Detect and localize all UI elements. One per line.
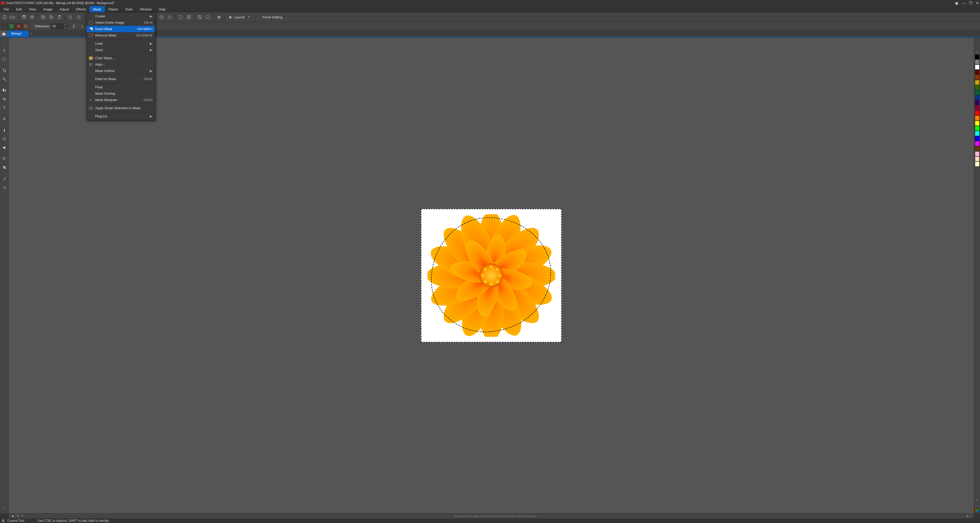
mask-overlay-button[interactable] (185, 13, 192, 21)
save-button[interactable] (20, 13, 28, 21)
extra-window-icon[interactable]: ▣ (955, 1, 958, 5)
transparency-tool[interactable] (0, 163, 8, 172)
palette-flyout-button[interactable] (975, 509, 979, 512)
menu-item-plug-ins[interactable]: Plug-ins▶ (86, 113, 155, 119)
tolerance-input[interactable] (51, 24, 63, 29)
menu-item-create[interactable]: Create▶ (86, 13, 155, 19)
color-swatch[interactable] (975, 126, 980, 131)
minimize-button[interactable]: — (962, 1, 966, 5)
red-eye-tool[interactable] (0, 95, 8, 103)
color-swatch[interactable] (975, 121, 980, 126)
drop-shadow-tool[interactable] (0, 154, 8, 163)
color-swatch[interactable] (975, 110, 980, 116)
menu-item-mask-overlay[interactable]: Mask Overlay (86, 90, 155, 97)
rectangle-mask-tool[interactable] (0, 55, 8, 63)
crop-tool[interactable] (0, 66, 8, 75)
maximize-button[interactable]: ❐ (969, 1, 972, 5)
tolerance-spinner[interactable]: ▲▼ (64, 24, 67, 29)
menu-item-remove-mask[interactable]: Remove MaskCtrl+Shift+R (86, 32, 155, 38)
document-tab-bitmap[interactable]: Bitmap* (8, 30, 29, 37)
color-swatch[interactable] (975, 70, 980, 75)
new-file-button[interactable]: + (1, 13, 9, 21)
menu-item-select-entire-image[interactable]: Select Entire ImageCtrl+A (86, 19, 155, 26)
invert-mask-toolbar-button[interactable] (196, 13, 204, 21)
color-swatch[interactable] (975, 85, 980, 90)
menu-item-save[interactable]: Save▶ (86, 47, 155, 53)
menu-effects[interactable]: Effects (73, 6, 90, 12)
cut-button[interactable] (48, 13, 55, 21)
menu-image[interactable]: Image (40, 6, 56, 12)
palette-scroll-down[interactable]: ▼ (976, 498, 978, 501)
color-swatch[interactable] (975, 141, 980, 146)
home-tab[interactable] (0, 30, 8, 37)
paste-button[interactable] (56, 13, 63, 21)
undo-button[interactable] (67, 13, 74, 21)
menu-edit[interactable]: Edit (13, 6, 25, 12)
text-tool[interactable]: A (0, 115, 8, 123)
menu-object[interactable]: Object (105, 6, 121, 12)
liquid-tool[interactable] (0, 103, 8, 112)
remove-mask-toolbar-button[interactable] (204, 13, 212, 21)
canvas[interactable] (421, 209, 562, 342)
finish-editing-button[interactable]: Finish Editing (259, 14, 286, 21)
launch-dropdown[interactable]: ▦ Launch ▼ (226, 14, 253, 21)
color-swatch[interactable] (975, 162, 980, 167)
menu-view[interactable]: View (25, 6, 40, 12)
add-tool-button[interactable]: + (0, 504, 8, 512)
menu-file[interactable]: File (0, 6, 13, 12)
menu-adjust[interactable]: Adjust (56, 6, 72, 12)
fill-tool[interactable] (0, 183, 8, 191)
mask-show-button[interactable] (177, 13, 185, 21)
color-swatch[interactable] (975, 116, 980, 121)
color-swatch[interactable] (975, 54, 980, 59)
menu-item-invert-mask[interactable]: Invert MaskCtrl+Shift+I (86, 26, 155, 32)
color-swatch[interactable] (975, 90, 980, 95)
mode-add-button[interactable]: + (8, 23, 15, 29)
add-tab-button[interactable]: + (29, 30, 34, 37)
menu-mask[interactable]: Mask (89, 6, 105, 12)
statusbar-settings-icon[interactable]: ⚙ (2, 519, 5, 523)
copy-button[interactable] (39, 13, 47, 21)
rectangle-tool[interactable] (0, 135, 8, 143)
color-swatch[interactable] (975, 75, 980, 80)
eraser-tool[interactable] (0, 143, 8, 151)
zoom-tool[interactable] (0, 75, 8, 83)
menu-item-color-mask[interactable]: Color Mask... (86, 55, 155, 61)
palette-scroll-up[interactable]: ▲ (976, 51, 978, 53)
close-button[interactable]: ✕ (976, 1, 979, 5)
clone-tool[interactable] (0, 86, 8, 94)
color-swatch[interactable] (975, 105, 980, 110)
redo-button[interactable] (75, 13, 83, 21)
options-button[interactable]: ⚙ (215, 13, 223, 21)
menu-item-mask-marquee[interactable]: ✓Mask MarqueeCtrl+H (86, 97, 155, 103)
print-button[interactable] (28, 13, 36, 21)
tray-eyedropper-icon[interactable]: ✎ (17, 514, 19, 518)
object-properties-button[interactable] (158, 13, 165, 21)
menu-window[interactable]: Window (136, 6, 155, 12)
smart-selection-tool[interactable] (0, 46, 8, 55)
antialias-button[interactable] (78, 22, 86, 30)
color-swatch[interactable] (975, 151, 980, 156)
menu-item-align[interactable]: Align... (86, 61, 155, 68)
eyedropper-tool[interactable] (0, 175, 8, 183)
tray-scroll-right[interactable]: ▶ » (964, 514, 974, 518)
menu-item-paint-on-mask[interactable]: Paint on MaskCtrl+K (86, 76, 155, 82)
color-swatch[interactable] (975, 80, 980, 85)
menu-help[interactable]: Help (155, 6, 169, 12)
mode-normal-button[interactable] (1, 23, 8, 29)
pick-tool[interactable] (0, 38, 8, 46)
tray-expand-icon[interactable]: ▾ (22, 514, 23, 518)
color-swatch[interactable] (975, 131, 980, 136)
color-swatch[interactable] (975, 95, 980, 100)
menu-item-load[interactable]: Load▶ (86, 40, 155, 47)
mode-overlap-button[interactable] (22, 23, 29, 29)
color-swatch[interactable] (975, 59, 980, 65)
menu-item-float[interactable]: Float (86, 84, 155, 90)
object-manager-button[interactable] (166, 13, 173, 21)
mode-subtract-button[interactable] (15, 23, 22, 29)
color-swatch[interactable] (975, 100, 980, 105)
menu-tools[interactable]: Tools (121, 6, 136, 12)
tray-play-icon[interactable]: ▶ (12, 514, 14, 518)
brush-tool[interactable] (0, 126, 8, 134)
color-swatch[interactable] (975, 156, 980, 162)
